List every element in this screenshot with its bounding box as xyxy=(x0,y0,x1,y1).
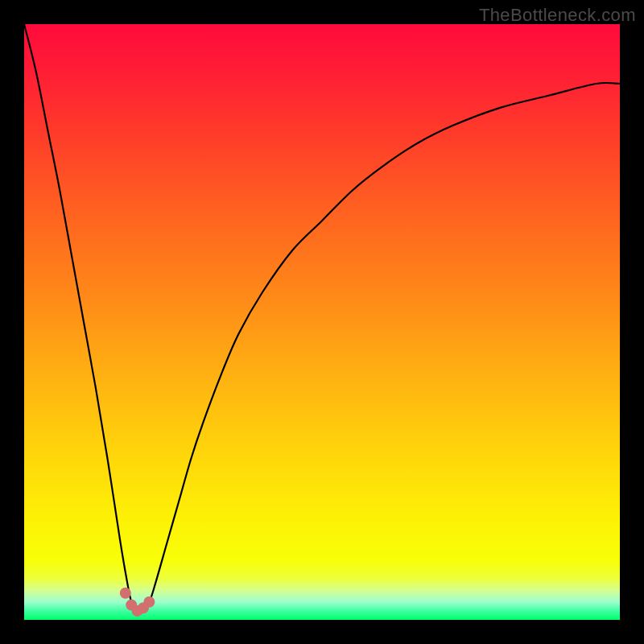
bottleneck-curve-svg xyxy=(24,24,620,620)
watermark-text: TheBottleneck.com xyxy=(479,5,636,26)
bottleneck-markers xyxy=(126,593,150,611)
chart-frame: TheBottleneck.com xyxy=(0,0,644,644)
bottleneck-curve xyxy=(24,24,620,611)
plot-area xyxy=(24,24,620,620)
